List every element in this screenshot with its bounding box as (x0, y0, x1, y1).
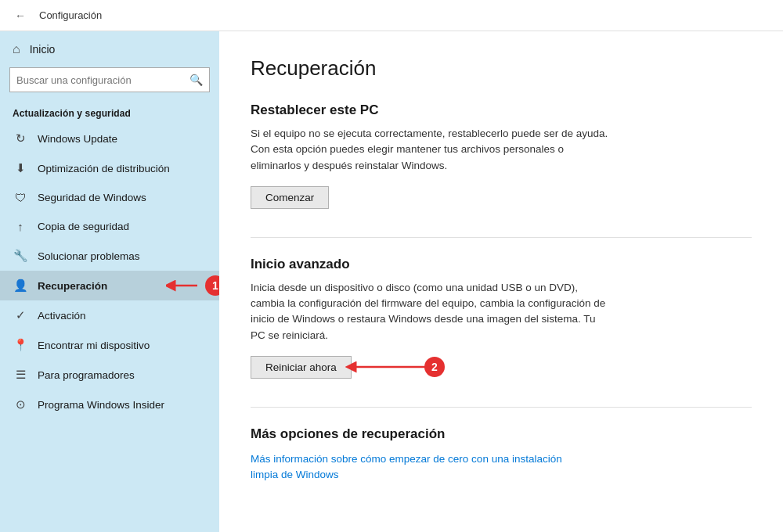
annotation-2: 2 (424, 357, 445, 377)
annotation-1: 1 (205, 275, 219, 296)
sidebar-item-label: Para programadores (38, 369, 135, 381)
sidebar-item-label: Recuperación (38, 280, 107, 292)
sidebar-item-home[interactable]: ⌂ Inicio (0, 31, 219, 67)
sidebar-item-windows-update[interactable]: ↻ Windows Update (0, 124, 219, 153)
section1-desc: Si el equipo no se ejecuta correctamente… (251, 126, 611, 174)
page-title: Recuperación (251, 56, 752, 81)
app-title: Configuración (39, 9, 102, 21)
activation-icon: ✓ (13, 308, 28, 322)
recovery-icon: 👤 (13, 279, 28, 293)
wrench-icon: 🔧 (13, 249, 28, 263)
section1-title: Restablecer este PC (251, 102, 752, 118)
sidebar-item-label: Seguridad de Windows (38, 192, 146, 203)
sidebar-home-label: Inicio (30, 43, 56, 56)
sidebar-item-distribucion[interactable]: ⬇ Optimización de distribución (0, 153, 219, 183)
backup-icon: ↑ (13, 220, 28, 233)
sidebar-item-programadores[interactable]: ☰ Para programadores (0, 360, 219, 390)
sidebar-item-label: Windows Update (38, 133, 117, 145)
section2-desc: Inicia desde un dispositivo o disco (com… (251, 280, 611, 343)
search-input[interactable] (16, 74, 189, 86)
title-bar: ← Configuración (0, 0, 783, 31)
sidebar-item-label: Programa Windows Insider (38, 399, 164, 411)
reiniciar-wrap: Reiniciar ahora 2 (251, 356, 352, 379)
sidebar-item-label: Activación (38, 310, 86, 322)
section2-title: Inicio avanzado (251, 257, 752, 272)
home-icon: ⌂ (13, 42, 20, 56)
dev-icon: ☰ (13, 368, 28, 382)
sidebar-item-insider[interactable]: ⊙ Programa Windows Insider (0, 390, 219, 419)
arrow-1 (166, 278, 205, 293)
sidebar-item-label: Optimización de distribución (38, 163, 170, 174)
sidebar-section-title: Actualización y seguridad (0, 102, 219, 124)
back-button[interactable]: ← (9, 5, 31, 27)
sidebar-item-label: Encontrar mi dispositivo (38, 340, 150, 351)
location-icon: 📍 (13, 338, 28, 352)
sidebar-item-encontrar[interactable]: 📍 Encontrar mi dispositivo (0, 330, 219, 360)
section3-title: Más opciones de recuperación (251, 426, 752, 442)
search-box[interactable]: 🔍 (9, 67, 210, 92)
distribucion-icon: ⬇ (13, 161, 28, 175)
sidebar-item-activacion[interactable]: ✓ Activación (0, 300, 219, 330)
comenzar-button[interactable]: Comenzar (251, 186, 329, 209)
main-content: Recuperación Restablecer este PC Si el e… (219, 31, 783, 532)
search-icon: 🔍 (189, 74, 203, 86)
sidebar: ⌂ Inicio 🔍 Actualización y seguridad ↻ W… (0, 31, 219, 532)
sidebar-item-solucionar[interactable]: 🔧 Solucionar problemas (0, 241, 219, 271)
insider-icon: ⊙ (13, 397, 28, 412)
sidebar-item-label: Solucionar problemas (38, 250, 140, 262)
sidebar-item-copia[interactable]: ↑ Copia de seguridad (0, 212, 219, 241)
reiniciar-button[interactable]: Reiniciar ahora (251, 356, 352, 379)
sidebar-item-seguridad[interactable]: 🛡 Seguridad de Windows (0, 183, 219, 212)
shield-icon: 🛡 (13, 191, 28, 204)
clean-install-link[interactable]: Más información sobre cómo empezar de ce… (251, 451, 564, 483)
update-icon: ↻ (13, 131, 28, 146)
divider-2 (251, 407, 752, 408)
sidebar-item-recuperacion[interactable]: 👤 Recuperación 1 (0, 271, 219, 300)
sidebar-item-label: Copia de seguridad (38, 221, 129, 232)
divider-1 (251, 237, 752, 238)
